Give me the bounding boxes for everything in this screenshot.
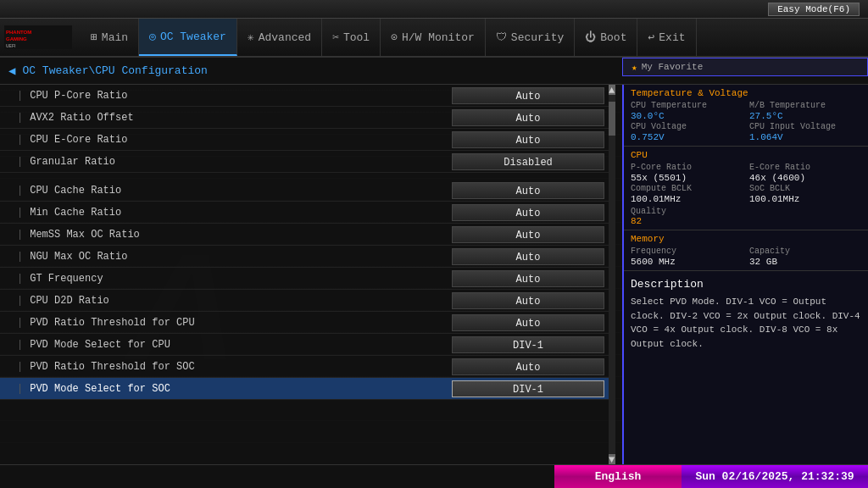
info-panel: Temperature & Voltage CPU Temperature M/… [622,85,868,464]
nav-item-security[interactable]: 🛡Security [486,19,575,56]
main-content: A ▲ ▼ CPU P-Core RatioAutoAVX2 Ratio Off… [0,85,868,464]
config-panel: A ▲ ▼ CPU P-Core RatioAutoAVX2 Ratio Off… [0,85,622,464]
config-row[interactable]: GT FrequencyAuto [0,268,609,290]
config-value[interactable]: Auto [452,226,604,243]
config-label: CPU Cache Ratio [0,185,452,197]
freq-value: 5600 MHz [631,257,743,267]
config-row[interactable]: AVX2 Ratio OffsetAuto [0,107,609,129]
memory-title: Memory [631,234,861,244]
mb-temp-value: 27.5°C [749,111,861,121]
config-label: PVD Mode Select for SOC [0,383,452,395]
config-value[interactable]: Auto [452,109,604,126]
nav-icon-oc-tweaker: ◎ [149,30,156,43]
config-row[interactable]: CPU P-Core RatioAuto [0,85,609,107]
scroll-up-arrow[interactable]: ▲ [609,85,615,95]
nav-icon-exit: ↩ [648,30,654,44]
nav-item-boot[interactable]: ⏻Boot [575,19,637,56]
config-value[interactable]: Disabled [452,153,604,170]
config-row[interactable]: PVD Mode Select for SOCDIV-1 [0,378,609,400]
language-selector[interactable]: English [554,465,682,488]
scrollbar[interactable]: ▲ ▼ [609,85,615,464]
capacity-value: 32 GB [749,257,861,267]
nav-label-advanced: Advanced [259,31,311,44]
config-value[interactable]: DIV-1 [452,380,604,397]
temp-voltage-grid: CPU Temperature M/B Temperature 30.0°C 2… [631,101,861,142]
temp-voltage-section: Temperature & Voltage CPU Temperature M/… [624,85,868,147]
config-rows: CPU P-Core RatioAutoAVX2 Ratio OffsetAut… [0,85,622,400]
svg-text:UEFI: UEFI [6,43,16,48]
easy-mode-button[interactable]: Easy Mode(F6) [768,3,860,16]
nav-icon-hw-monitor: ⊙ [391,30,398,44]
status-bar: English Sun 02/16/2025, 21:32:39 [0,464,868,488]
config-value[interactable]: DIV-1 [452,336,604,353]
cpu-section: CPU P-Core Ratio E-Core Ratio 55x (5501)… [624,147,868,230]
config-label: AVX2 Ratio Offset [0,112,452,124]
top-bar: Easy Mode(F6) [0,0,868,19]
nav-icon-main: ⊞ [91,30,97,44]
nav-item-advanced[interactable]: ✳Advanced [237,19,322,56]
config-row[interactable]: PVD Ratio Threshold for SOCAuto [0,356,609,378]
nav-label-hw-monitor: H/W Monitor [402,31,475,44]
config-value[interactable]: Auto [452,182,604,199]
config-row[interactable]: PVD Ratio Threshold for CPUAuto [0,312,609,334]
config-row[interactable]: CPU D2D RatioAuto [0,290,609,312]
cpu-temp-label: CPU Temperature [631,101,743,110]
nav-item-hw-monitor[interactable]: ⊙H/W Monitor [381,19,486,56]
description-text: Select PVD Mode. DIV-1 VCO = Output cloc… [631,295,861,351]
config-row[interactable]: NGU Max OC RatioAuto [0,246,609,268]
favorites-bar[interactable]: ★ My Favorite [622,58,868,76]
config-label: MemSS Max OC Ratio [0,229,452,241]
svg-text:PHANTOM: PHANTOM [6,30,31,35]
soc-bclk-value: 100.01MHz [749,194,861,204]
nav-item-main[interactable]: ⊞Main [81,19,139,56]
cpu-temp-value: 30.0°C [631,111,743,121]
nav-item-tool[interactable]: ✂Tool [322,19,381,56]
config-value[interactable]: Auto [452,314,604,331]
temp-voltage-title: Temperature & Voltage [631,88,861,98]
nav-label-boot: Boot [600,31,626,44]
config-value[interactable]: Auto [452,292,604,309]
config-row[interactable]: PVD Mode Select for CPUDIV-1 [0,334,609,356]
cpu-section-title: CPU [631,150,861,160]
nav-bar: PHANTOM GAMING UEFI ⊞Main◎OC Tweaker✳Adv… [0,19,868,58]
config-row[interactable]: CPU Cache RatioAuto [0,180,609,202]
config-row[interactable]: Granular RatioDisabled [0,151,609,173]
compute-bclk-label: Compute BCLK [631,184,743,193]
nav-icon-tool: ✂ [332,30,339,44]
config-value[interactable]: Auto [452,270,604,287]
compute-bclk-value: 100.01MHz [631,194,743,204]
config-row[interactable]: CPU E-Core RatioAuto [0,129,609,151]
breadcrumb-path: OC Tweaker\CPU Configuration [22,64,207,77]
config-value[interactable]: Auto [452,248,604,265]
config-value[interactable]: Auto [452,87,604,104]
nav-label-exit: Exit [659,31,685,44]
config-label: CPU E-Core Ratio [0,134,452,146]
memory-grid: Frequency Capacity 5600 MHz 32 GB [631,247,861,267]
breadcrumb-back-button[interactable]: ◀ [8,64,15,78]
cpu-voltage-value: 0.752V [631,132,743,142]
description-section: Description Select PVD Mode. DIV-1 VCO =… [624,271,868,464]
nav-item-oc-tweaker[interactable]: ◎OC Tweaker [139,19,237,56]
config-label: NGU Max OC Ratio [0,251,452,263]
config-value[interactable]: Auto [452,358,604,375]
scroll-down-arrow[interactable]: ▼ [609,454,615,464]
cpu-input-label: CPU Input Voltage [749,122,861,131]
cpu-voltage-label: CPU Voltage [631,122,743,131]
cpu-input-value: 1.064V [749,132,861,142]
nav-icon-security: 🛡 [496,31,507,44]
description-title: Description [631,278,861,291]
soc-bclk-label: SoC BCLK [749,184,861,193]
config-row[interactable]: MemSS Max OC RatioAuto [0,224,609,246]
config-label: PVD Ratio Threshold for SOC [0,361,452,373]
nav-item-exit[interactable]: ↩Exit [637,19,696,56]
config-label: Min Cache Ratio [0,207,452,219]
mb-temp-label: M/B Temperature [749,101,861,110]
config-value[interactable]: Auto [452,131,604,148]
memory-section: Memory Frequency Capacity 5600 MHz 32 GB [624,230,868,271]
config-label: CPU P-Core Ratio [0,90,452,102]
scrollbar-thumb[interactable] [609,102,615,136]
config-value[interactable]: Auto [452,204,604,221]
p-core-label: P-Core Ratio [631,163,743,172]
nav-label-oc-tweaker: OC Tweaker [160,30,226,43]
config-row[interactable]: Min Cache RatioAuto [0,202,609,224]
